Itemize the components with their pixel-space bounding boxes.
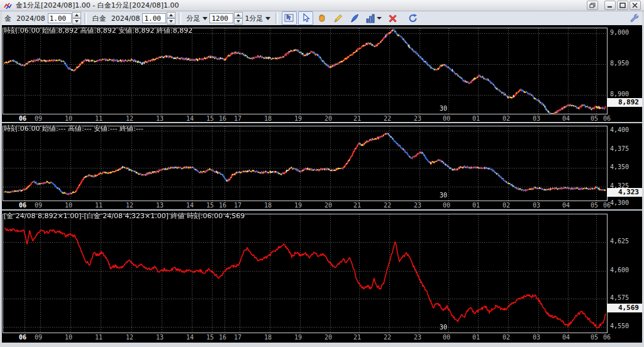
window-frame-bottom bbox=[0, 343, 644, 347]
x-axis-label: 10 bbox=[65, 334, 72, 341]
x-axis-label: 20 bbox=[325, 115, 332, 122]
gold-ratio-down-button[interactable] bbox=[72, 18, 81, 25]
gold-last-price: 8,892 bbox=[607, 98, 642, 107]
pencil-icon bbox=[333, 13, 343, 23]
x-axis-label: 01 bbox=[472, 334, 480, 341]
y-axis-tick-label: 4,625 bbox=[610, 238, 629, 245]
app-chart-icon bbox=[4, 2, 13, 9]
y-axis-tick-label: 4,300 bbox=[610, 199, 629, 206]
period-type-value: 分足 bbox=[186, 14, 200, 23]
panel-splitter[interactable] bbox=[2, 122, 642, 123]
x-axis-label: 13 bbox=[156, 202, 164, 209]
x-axis-label: 18 bbox=[264, 334, 272, 341]
x-axis-label: 03 bbox=[533, 115, 540, 122]
gold-ohlc-info: 時刻:06:00 始値:8,892 高値:8,892 安値:8,892 終値:8… bbox=[4, 26, 192, 35]
delete-x-button[interactable] bbox=[385, 11, 400, 25]
x-axis-label: 21 bbox=[353, 334, 361, 341]
x-axis-label: 02 bbox=[502, 334, 510, 341]
y-axis-tick-label: 4,550 bbox=[610, 322, 629, 329]
x-axis-label: 22 bbox=[384, 202, 391, 209]
x-axis-label: 00 bbox=[443, 115, 450, 122]
y-axis-tick-label: 9,000 bbox=[610, 29, 629, 36]
close-button[interactable] bbox=[630, 1, 641, 10]
select-arrow-icon bbox=[301, 13, 311, 23]
platinum-panel: 時刻:06:00 始値:--- 高値:--- 安値:--- 終値:--- 060… bbox=[2, 123, 642, 211]
x-axis-label: 21 bbox=[353, 115, 361, 122]
platinum-chart-plot[interactable] bbox=[3, 126, 608, 201]
gold-ratio-input[interactable] bbox=[48, 13, 72, 23]
platinum-symbol-label: 白金 bbox=[92, 14, 106, 23]
x-axis-label: 15 bbox=[206, 334, 214, 341]
x-axis-label: 18 bbox=[264, 202, 272, 209]
pencil-button[interactable] bbox=[331, 11, 346, 25]
x-axis-label: 22 bbox=[384, 115, 391, 122]
x-axis-label: 23 bbox=[414, 202, 421, 209]
platinum-ratio-input[interactable] bbox=[142, 13, 166, 23]
x-axis-label: 05 bbox=[591, 202, 598, 209]
x-axis-label: 04 bbox=[562, 115, 570, 122]
x-axis-label: 14 bbox=[186, 202, 194, 209]
x-axis-label: 06 bbox=[603, 334, 611, 341]
x-axis-label: 12 bbox=[126, 115, 133, 122]
draw-line-button[interactable] bbox=[347, 11, 362, 25]
platinum-time-axis: 0609101112131415161718192021222300010203… bbox=[3, 201, 608, 210]
x-axis-label: 16 bbox=[219, 202, 226, 209]
x-axis-label: 03 bbox=[533, 334, 540, 341]
platinum-ratio-spinner bbox=[142, 12, 175, 25]
bar-count-down-button[interactable] bbox=[234, 18, 243, 25]
bar-count-up-button[interactable] bbox=[234, 12, 243, 18]
bar-chart-button[interactable] bbox=[364, 11, 384, 25]
x-axis-label: 15 bbox=[206, 115, 214, 122]
select-arrow-button[interactable] bbox=[298, 11, 313, 25]
float-window-button[interactable] bbox=[587, 1, 598, 10]
gold-month-label: 2024/08 bbox=[16, 14, 45, 23]
minimize-button[interactable] bbox=[604, 1, 616, 10]
x-axis-label: 17 bbox=[234, 202, 242, 209]
spread-time-axis: 0609101112131415161718192021222300010203… bbox=[3, 333, 608, 342]
period-type-dropdown[interactable]: 分足 bbox=[186, 14, 208, 23]
gold-chart-plot[interactable] bbox=[3, 28, 608, 114]
interval-dropdown[interactable]: 1分足 bbox=[245, 14, 270, 23]
x-axis-label: 16 bbox=[219, 115, 226, 122]
x-axis-label: 06 bbox=[19, 334, 26, 341]
delete-x-icon bbox=[388, 14, 397, 23]
x-axis-label: 21 bbox=[353, 202, 361, 209]
x-axis-label: 14 bbox=[186, 115, 194, 122]
settings-wrench-icon[interactable] bbox=[629, 13, 639, 25]
bar-count-input[interactable] bbox=[209, 13, 233, 23]
bar-chart-icon bbox=[366, 14, 375, 23]
maximize-button[interactable] bbox=[617, 1, 628, 10]
x-axis-label: 10 bbox=[65, 115, 72, 122]
chevron-down-icon bbox=[265, 17, 270, 23]
refresh-button[interactable] bbox=[406, 11, 421, 25]
x-axis-label: 16 bbox=[219, 334, 226, 341]
x-axis-label: 17 bbox=[234, 115, 242, 122]
platinum-ratio-down-button[interactable] bbox=[167, 18, 175, 25]
bar-count-spinner bbox=[209, 12, 243, 25]
x-axis-label: 04 bbox=[562, 202, 570, 209]
x-axis-label: 02 bbox=[502, 202, 510, 209]
x-axis-label: 09 bbox=[35, 334, 42, 341]
x-axis-label: 05 bbox=[591, 334, 598, 341]
x-axis-label: 00 bbox=[443, 202, 450, 209]
x-axis-label: 13 bbox=[156, 115, 164, 122]
spread-formula-info: [金 24/08 8,892×1.00]-[白金 24/08 4,323×1.0… bbox=[4, 211, 245, 221]
y-axis-tick-label: 4,350 bbox=[610, 163, 629, 170]
pan-hand-button[interactable] bbox=[314, 11, 330, 25]
panel-splitter[interactable] bbox=[2, 209, 642, 211]
gold-ratio-up-button[interactable] bbox=[72, 12, 81, 18]
window-title: 金1分足[2024/08]1.00 - 白金1分足[2024/08]1.00 bbox=[16, 1, 179, 10]
pan-hand-icon bbox=[317, 13, 327, 23]
x-axis-label: 02 bbox=[502, 115, 510, 122]
spread-chart-plot[interactable] bbox=[3, 214, 608, 333]
x-axis-label: 11 bbox=[95, 334, 103, 341]
spread-last-price: 4,569 bbox=[607, 304, 642, 312]
platinum-ratio-up-button[interactable] bbox=[167, 12, 175, 18]
day-change-marker: 30 bbox=[440, 105, 447, 112]
title-bar[interactable]: 金1分足[2024/08]1.00 - 白金1分足[2024/08]1.00 bbox=[0, 0, 644, 11]
chart-cursor-button[interactable] bbox=[282, 11, 297, 25]
x-axis-label: 13 bbox=[156, 334, 164, 341]
gold-symbol-label: 金 bbox=[4, 14, 11, 23]
x-axis-label: 18 bbox=[264, 115, 272, 122]
y-axis-tick-label: 4,575 bbox=[610, 294, 629, 301]
